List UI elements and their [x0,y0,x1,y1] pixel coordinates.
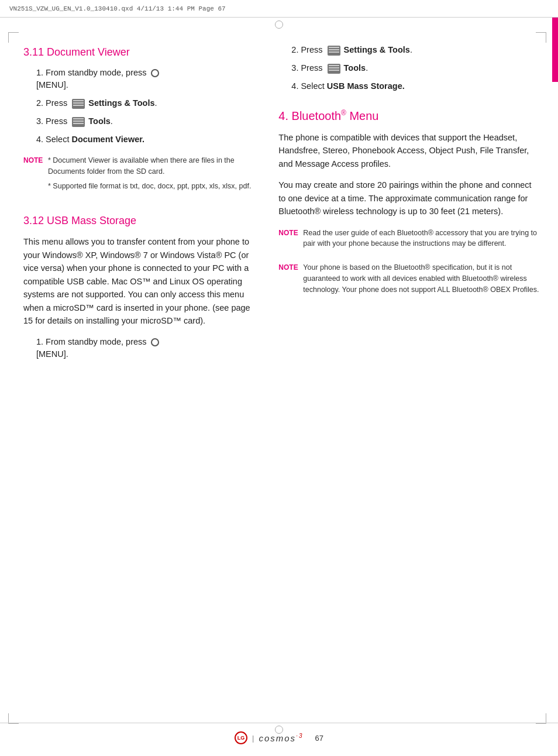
doc-viewer-step1: 1. From standby mode, press [MENU]. [23,67,255,91]
usb-cont-step4: 4. Select USB Mass Storage. [278,80,540,92]
menu-circle-icon [151,69,159,77]
usb-cont-step2: 2. Press Settings & Tools. [278,44,540,56]
corner-mark-tr [536,32,546,43]
left-column: 3.11 Document Viewer 1. From standby mod… [23,44,271,709]
usb-body: This menu allows you to transfer content… [23,235,255,327]
cosmos-brand: cosmos·3 [259,733,303,743]
right-gap-1 [278,98,540,109]
corner-mark-tl [8,32,19,43]
usb-step1: 1. From standby mode, press [MENU]. [23,336,255,360]
tools-icon-2 [328,64,340,74]
center-circle-top [275,20,283,29]
header-text: VN251S_VZW_UG_EN_V1.0_130410.qxd 4/11/13… [9,5,226,12]
doc-viewer-step4: 4. Select Document Viewer. [23,133,255,146]
bluetooth-heading: 4. Bluetooth® Menu [278,109,540,123]
usb-cont-step3: 3. Press Tools. [278,62,540,74]
usb-heading: 3.12 USB Mass Storage [23,215,255,227]
settings-icon-1 [72,99,85,109]
lg-circle-icon: LG [235,731,247,744]
main-content: 3.11 Document Viewer 1. From standby mod… [23,44,540,709]
doc-viewer-note: NOTE * Document Viewer is available when… [23,155,255,195]
bluetooth-body2: You may create and store 20 pairings wit… [278,178,540,218]
menu-circle-icon-2 [151,338,159,346]
bluetooth-body1: The phone is compatible with devices tha… [278,131,540,170]
bluetooth-note1: NOTE Read the user guide of each Bluetoo… [278,228,540,253]
doc-viewer-step3: 3. Press Tools. [23,115,255,128]
right-column: 2. Press Settings & Tools. 3. Press Tool… [271,44,540,709]
footer: LG | cosmos·3 67 [0,723,558,744]
settings-icon-2 [328,46,340,56]
pink-accent-bar [552,18,558,82]
section-gap-1 [23,200,255,212]
bluetooth-note2: NOTE Your phone is based on the Bluetoot… [278,262,540,298]
header-bar: VN251S_VZW_UG_EN_V1.0_130410.qxd 4/11/13… [0,0,558,18]
page-number: 67 [315,734,323,743]
doc-viewer-heading: 3.11 Document Viewer [23,46,255,59]
doc-viewer-step2: 2. Press Settings & Tools. [23,97,255,109]
tools-icon-1 [72,117,85,127]
footer-logo: LG [235,731,247,744]
